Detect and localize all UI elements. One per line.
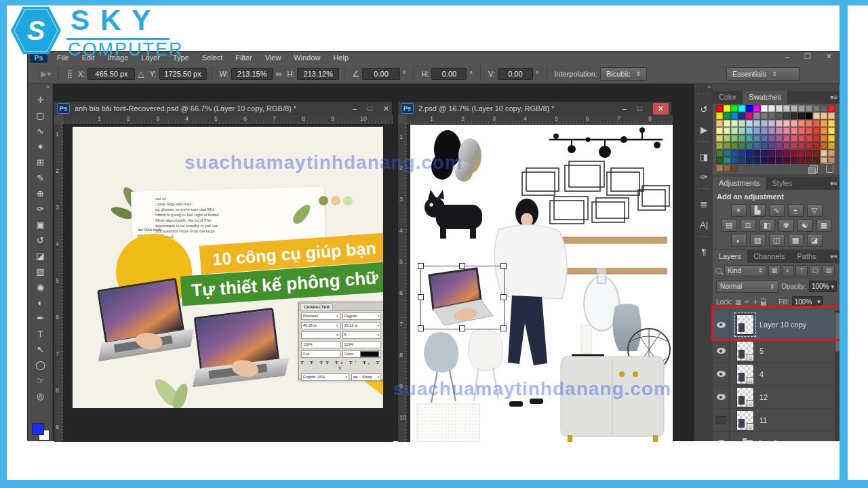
transform-handle[interactable] [500,294,507,300]
swatch-1-1[interactable] [724,113,730,119]
character-panel-icon[interactable]: A| [694,214,713,235]
visibility-toggle[interactable] [713,386,730,408]
clone-stamp-tool[interactable]: ▣ [28,217,53,232]
swatch-0-7[interactable] [768,105,775,112]
swatch-3-8[interactable] [776,127,783,134]
group-expand-icon[interactable]: ▶ [735,440,740,442]
swatch-1-11[interactable] [798,113,805,119]
swatch-0-11[interactable] [798,105,805,112]
transform-handle[interactable] [418,263,424,269]
transform-handle[interactable] [500,263,507,269]
foreground-color-swatch[interactable] [32,423,44,435]
filter-type-layers-icon[interactable]: T [795,265,808,277]
swatch-1-10[interactable] [791,113,797,119]
dodge-tool[interactable]: ◐ [28,295,53,310]
reference-point-icon[interactable]: ⣿ [66,69,73,79]
swatch-3-2[interactable] [731,127,738,134]
path-selection-tool[interactable]: ↖ [28,342,53,357]
swatch-3-9[interactable] [783,127,790,134]
filter-pixel-layers-icon[interactable]: ▦ [768,265,781,277]
swatch-5-4[interactable] [746,142,753,149]
layer-row-12[interactable]: ◱12 [713,386,835,409]
swatch-0-3[interactable] [738,105,745,112]
x-input[interactable]: 465.50 px [87,68,135,80]
visibility-toggle[interactable] [713,340,730,362]
swatch-1-0[interactable] [716,113,723,119]
swatch-3-1[interactable] [724,127,730,134]
swatch-5-2[interactable] [731,142,738,149]
eyedropper-tool[interactable]: ✎ [28,170,53,186]
swatch-0-14[interactable] [821,105,827,112]
swatch-5-9[interactable] [783,142,790,149]
swatch-5-6[interactable] [761,142,768,149]
swatch-3-6[interactable] [761,127,768,134]
exposure-icon[interactable]: ± [788,204,804,217]
tab-styles[interactable]: Styles [766,177,799,190]
swatch-4-14[interactable] [821,135,827,142]
doc2-title-bar[interactable]: Ps 2.psd @ 16.7% (Layer 10 copy, RGB/8) … [398,102,671,115]
panel-menu-icon[interactable]: ▾≡ [830,180,837,187]
layer-thumbnail[interactable]: ◱ [736,341,754,361]
swatch-3-4[interactable] [746,127,753,134]
visibility-toggle[interactable] [713,432,730,441]
swatch-4-12[interactable] [806,135,812,142]
swatch-3-10[interactable] [791,127,797,134]
vibrance-icon[interactable]: ▽ [807,204,823,217]
swatch-4-3[interactable] [738,135,745,142]
lasso-tool[interactable]: ∿ [28,123,53,139]
blend-mode-select[interactable]: Normal⇕ [716,281,778,293]
history-panel-icon[interactable]: ↺ [694,99,713,119]
swatch-4-6[interactable] [761,135,768,142]
black-white-icon[interactable]: ◧ [760,219,775,232]
swatch-1-8[interactable] [776,113,783,119]
swatch-2-2[interactable] [731,120,738,127]
doc1-title-bar[interactable]: Ps anh bìa bài font-Recovered.psd @ 66.7… [54,102,392,115]
swatch-5-12[interactable] [806,142,812,149]
swatch-2-7[interactable] [768,120,775,127]
swatch-1-7[interactable] [768,113,775,119]
swatch-1-3[interactable] [738,113,745,119]
swatch-4-9[interactable] [783,135,790,142]
ellipse-tool[interactable]: ◯ [28,357,53,373]
brush-panel-icon[interactable]: ✑ [694,167,713,187]
threshold-icon[interactable]: ◫ [769,234,785,247]
menu-help[interactable]: Help [333,54,349,62]
lock-all-icon[interactable] [761,302,766,306]
layer-thumbnail[interactable]: ◱ [736,364,754,384]
swatch-3-13[interactable] [813,127,820,134]
swatch-2-13[interactable] [813,120,820,127]
crop-tool[interactable]: ⊞ [28,155,53,170]
tab-layers[interactable]: Layers [713,250,747,263]
swatch-6-6[interactable] [761,150,768,157]
tool-preset-picker[interactable]: ▶▾ [41,69,51,79]
y-input[interactable]: 1725.50 px [159,68,207,80]
lock-pixels-icon[interactable]: ✑ [744,298,749,306]
swatch-4-2[interactable] [731,135,738,142]
menu-window[interactable]: Window [294,54,320,62]
swatch-3-3[interactable] [738,127,745,134]
swatch-4-11[interactable] [798,135,805,142]
tab-swatches[interactable]: Swatches [743,91,787,104]
properties-panel-icon[interactable]: ◨ [694,146,713,167]
zoom-tool[interactable]: ◎ [28,388,53,404]
menu-filter[interactable]: Filter [235,54,252,62]
swatch-1-15[interactable] [828,113,835,119]
layer-row-5[interactable]: ◱5 [713,340,835,363]
doc1-maximize-button[interactable]: □ [368,104,372,113]
swatch-4-5[interactable] [753,135,760,142]
vskew-input[interactable]: 0.00 [498,68,533,80]
swatch-3-5[interactable] [753,127,760,134]
swatch-4-0[interactable] [716,135,723,142]
tool-presets-panel-icon[interactable]: ≣ [694,194,713,214]
horizontal-type-tool[interactable]: T [28,326,53,342]
color-lookup-icon[interactable]: ▦ [816,219,832,232]
posterize-icon[interactable]: ▨ [750,234,766,247]
minimize-button[interactable]: – [785,52,789,61]
brightness-contrast-icon[interactable]: ☀ [731,204,747,217]
swatch-1-4[interactable] [746,113,753,119]
layer-thumbnail[interactable]: ◱ [736,410,754,430]
swatch-0-5[interactable] [753,105,760,112]
swatch-2-14[interactable] [821,120,827,127]
pen-tool[interactable]: ✒ [28,310,53,326]
doc2-minimize-button[interactable]: – [623,104,627,113]
